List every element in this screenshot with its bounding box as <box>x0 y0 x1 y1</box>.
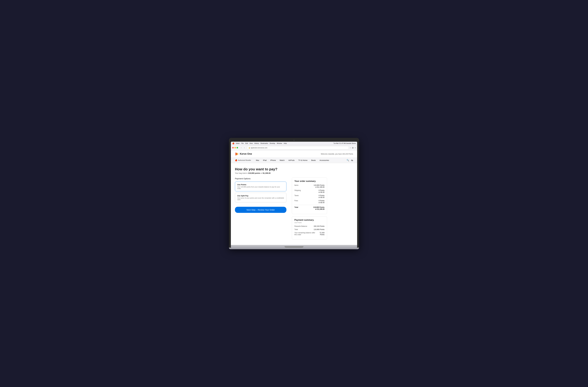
menu-help[interactable]: Help <box>284 142 287 144</box>
summary-divider <box>294 205 324 205</box>
nav-watch[interactable]: Watch <box>279 159 285 161</box>
menu-edit[interactable]: Edit <box>245 142 248 144</box>
taxes-value-line1: 0 Points <box>319 194 324 196</box>
fees-row: Fees 0 Points or $0.00 <box>294 200 324 204</box>
bag-total-or: or <box>260 172 263 174</box>
fees-label: Fees <box>294 200 298 202</box>
new-tab-icon[interactable]: + <box>355 147 356 149</box>
payment-options-heading: Payment Options <box>235 177 286 180</box>
bag-total-dollars: $1,199.00 <box>263 172 271 174</box>
page-title: How do you want to pay? <box>235 167 353 171</box>
traffic-lights <box>232 147 238 148</box>
authorized-reseller-label: Authorized Reseller <box>238 159 251 161</box>
laptop-notch <box>285 246 303 248</box>
total-row: Total 119,900 Points or $1,199.00 <box>294 206 324 210</box>
laptop-base <box>231 245 357 248</box>
nav-right-icons: 🔍 🛍 <box>347 159 353 161</box>
laptop-bezel: 🍎 Safari File Edit View History Bookmark… <box>229 138 359 248</box>
cart-icon[interactable]: 🛍 <box>351 159 353 161</box>
bag-total-points: 119,900 points <box>248 172 260 174</box>
use-points-option[interactable]: Use Points Use 119,900 points from your … <box>235 182 286 191</box>
rewards-balance-row: Rewards Balance 192,243 Points <box>294 225 324 227</box>
close-button[interactable] <box>232 147 234 148</box>
total-label: Total <box>294 206 298 208</box>
payment-total-row: Total 119,900 Points <box>294 229 324 231</box>
nav-bar: 🍎 Authorized Reseller Mac iPad iPhone Wa… <box>231 158 357 163</box>
menu-bookmarks[interactable]: Bookmarks <box>261 142 268 144</box>
menu-safari[interactable]: Safari <box>236 142 240 144</box>
order-summary-title: Your order summary. <box>294 180 324 182</box>
forward-button[interactable]: › <box>243 146 246 149</box>
shipping-value-line2: or $0.00 <box>318 191 324 193</box>
nav-ipad[interactable]: iPad <box>263 159 267 161</box>
nav-airpods[interactable]: AirPods <box>288 159 295 161</box>
shipping-value-line1: 0 Points <box>319 190 324 191</box>
menu-view[interactable]: View <box>250 142 253 144</box>
items-value-line1: 119,900 Points <box>314 184 324 186</box>
menu-develop[interactable]: Develop <box>270 142 275 144</box>
welcome-message: Welcome Jeanette, you have 192,243 Point… <box>321 153 353 155</box>
tabs-icon[interactable]: ⊞ <box>352 147 354 149</box>
use-split-pay-desc: Use some of your points and cover the re… <box>237 197 284 200</box>
fees-value-line2: or $0.00 <box>318 202 324 204</box>
taxes-label: Taxes <box>294 194 299 196</box>
store-name: Kerve One <box>240 153 252 155</box>
rewards-balance-value: 192,243 Points <box>314 225 324 227</box>
total-line1: 119,900 Points <box>313 206 324 208</box>
authorized-reseller-badge: 🍎 Authorized Reseller <box>235 159 251 161</box>
menu-file[interactable]: File <box>241 142 244 144</box>
payment-summary-box: Payment summary. Use Points Rewards Bala… <box>292 216 327 239</box>
nav-mac[interactable]: Mac <box>256 159 260 161</box>
next-step-button[interactable]: Next Step – Review Your Order <box>235 207 286 213</box>
rewards-balance-label: Rewards Balance <box>294 225 307 227</box>
laptop-screen: 🍎 Safari File Edit View History Bookmark… <box>231 142 357 245</box>
apple-brand-icon: 🍎 <box>235 159 237 161</box>
share-icon[interactable]: ↑ <box>350 147 351 149</box>
main-content: How do you want to pay? Your bag total i… <box>231 163 357 245</box>
menu-items: Safari File Edit View History Bookmarks … <box>236 142 287 144</box>
browser-chrome: ‹ › 🔒 applestore.kerveone.com ↑ ⊞ + <box>231 145 357 151</box>
laptop-container: 🍎 Safari File Edit View History Bookmark… <box>229 138 359 249</box>
bag-total-text: Your bag total is 119,900 points or $1,1… <box>235 172 353 174</box>
total-value: 119,900 Points or $1,199.00 <box>313 206 324 210</box>
use-points-desc: Use 119,900 points from your rewards bal… <box>237 186 284 189</box>
items-label: Items <box>294 184 298 186</box>
menu-right-icons: Tue Mar 8 11:47 AM Jeanette Simms <box>334 143 356 144</box>
menu-window[interactable]: Window <box>277 142 282 144</box>
back-button[interactable]: ‹ <box>240 146 243 149</box>
apple-menu-icon[interactable]: 🍎 <box>232 142 234 144</box>
use-split-pay-option[interactable]: Use Split Pay Use some of your points an… <box>235 193 286 202</box>
svg-marker-1 <box>236 152 239 155</box>
address-bar[interactable]: 🔒 applestore.kerveone.com <box>247 146 349 150</box>
camera <box>294 140 294 141</box>
fees-value: 0 Points or $0.00 <box>318 200 324 204</box>
use-split-pay-title: Use Split Pay <box>237 195 284 197</box>
kerve-logo-icon <box>235 152 239 156</box>
remaining-balance-row: Your remaining balance after this order … <box>294 232 324 236</box>
remaining-balance-value: 72,343 Points <box>317 232 324 236</box>
menu-history[interactable]: History <box>254 142 259 144</box>
right-column: Your order summary. Items 119,900 Points… <box>292 177 327 239</box>
left-column: Payment Options Use Points Use 119,900 p… <box>235 177 286 239</box>
items-value-line2: or $1,199.00 <box>315 186 324 188</box>
minimize-button[interactable] <box>234 147 236 148</box>
nav-buttons: ‹ › <box>240 146 246 149</box>
search-icon[interactable]: 🔍 <box>347 159 349 161</box>
macos-menubar: 🍎 Safari File Edit View History Bookmark… <box>231 142 357 145</box>
store-header: Kerve One Welcome Jeanette, you have 192… <box>231 151 357 158</box>
taxes-value: 0 Points or $0.00 <box>318 194 324 198</box>
order-summary-box: Your order summary. Items 119,900 Points… <box>292 177 327 214</box>
nav-beats[interactable]: Beats <box>311 159 316 161</box>
shipping-value: 0 Points or $0.00 <box>318 190 324 193</box>
payment-summary-subtitle: Use Points <box>294 222 324 223</box>
camera-bar <box>231 140 357 141</box>
nav-iphone[interactable]: iPhone <box>270 159 276 161</box>
nav-accessories[interactable]: Accessories <box>319 159 329 161</box>
items-value: 119,900 Points or $1,199.00 <box>314 184 324 188</box>
shipping-label: Shipping <box>294 190 301 191</box>
laptop-bottom <box>229 248 359 249</box>
content-columns: Payment Options Use Points Use 119,900 p… <box>235 177 353 239</box>
fullscreen-button[interactable] <box>236 147 238 148</box>
nav-tv-home[interactable]: TV & Home <box>298 159 308 161</box>
items-row: Items 119,900 Points or $1,199.00 <box>294 184 324 188</box>
